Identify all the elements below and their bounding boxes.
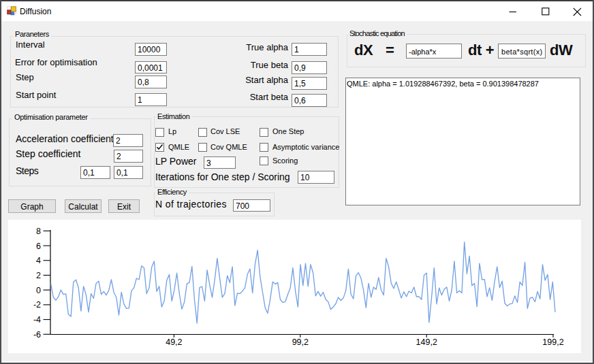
svg-text:8: 8 <box>36 227 41 236</box>
svg-text:99,2: 99,2 <box>292 337 309 347</box>
svg-text:149,2: 149,2 <box>416 337 437 347</box>
svg-text:6: 6 <box>36 242 41 251</box>
svg-text:2: 2 <box>36 271 41 280</box>
svg-text:49,2: 49,2 <box>166 337 182 347</box>
svg-text:-2: -2 <box>33 300 41 310</box>
svg-text:-4: -4 <box>33 315 41 325</box>
svg-text:199,2: 199,2 <box>542 337 563 347</box>
svg-text:-6: -6 <box>33 330 41 340</box>
svg-text:0: 0 <box>36 286 41 295</box>
svg-text:4: 4 <box>36 256 41 265</box>
